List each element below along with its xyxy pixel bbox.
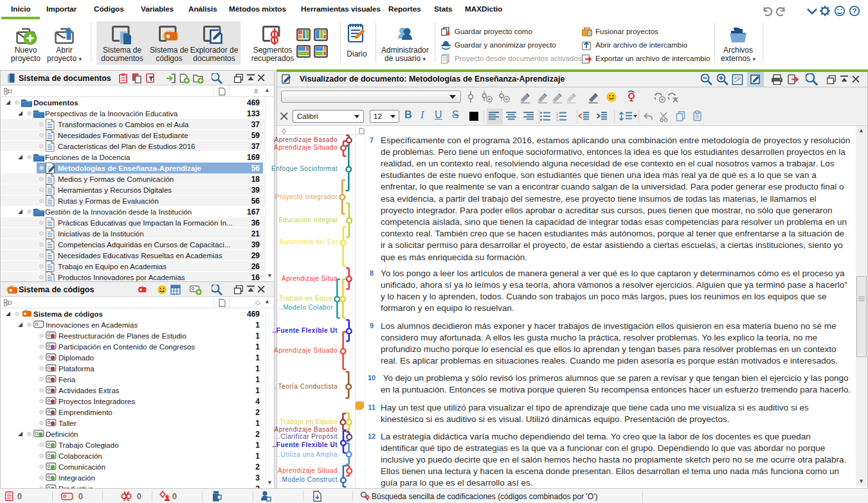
svg-text:3: 3: [556, 119, 558, 122]
svg-text:?: ?: [853, 7, 857, 15]
